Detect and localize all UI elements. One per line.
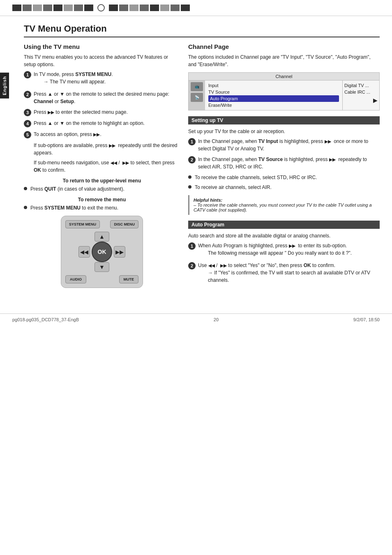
ff-icon-8: ▶▶: [220, 263, 227, 268]
step-num-4: 4: [24, 120, 31, 127]
auto-step-num-1: 1: [188, 242, 196, 250]
setting-step-2: 2 In the Channel page, when TV Source is…: [188, 156, 380, 170]
mute-button[interactable]: MUTE: [119, 275, 139, 283]
channel-box-title: Channel: [189, 73, 379, 81]
channel-item-tvsource[interactable]: TV Source: [208, 89, 339, 95]
channel-item-autoprogram[interactable]: Auto Program: [208, 95, 339, 102]
ff-icon: ▶▶: [48, 110, 54, 115]
disc-menu-button[interactable]: DISC MENU: [110, 220, 138, 228]
dpad-middle-row: ◀◀ OK ▶▶: [78, 242, 125, 262]
bullet-icon: [24, 187, 27, 190]
step-2: 2 Press ▲ or ▼ on the remote to select t…: [24, 90, 180, 105]
strip-block: [181, 5, 190, 11]
dpad-down-button[interactable]: ▼: [95, 262, 109, 272]
auto-step-2-subnote: → If "Yes" is confirmed, the TV will sta…: [208, 269, 380, 284]
channel-box-content: 📺 📡 Input TV Source Auto Program Erase/W…: [189, 81, 379, 110]
strip-block: [12, 5, 21, 11]
strip-block: [33, 5, 42, 11]
strip-block: [140, 5, 149, 11]
channel-menu-box: Channel 📺 📡 Input TV Source Auto Program…: [188, 72, 380, 111]
channel-item-erasewrite[interactable]: Erase/Write: [208, 102, 339, 108]
rw-icon: ◀◀: [111, 161, 117, 165]
using-tv-menu-title: Using the TV menu: [24, 43, 180, 50]
setting-bullet-1: To receive the cable channels, select ST…: [188, 174, 380, 181]
setup-bold: Setup: [60, 99, 74, 104]
two-column-layout: Using the TV menu This TV menu enables y…: [24, 43, 380, 289]
strip-block: [43, 5, 52, 11]
remote-top-buttons: SYSTEM MENU DISC MENU: [65, 220, 138, 228]
step-3: 3 Press ▶▶ to enter the selected menu pa…: [24, 108, 180, 116]
setting-step-2-content: In the Channel page, when TV Source is h…: [198, 156, 380, 170]
footer: pg018-pg035_DCD778_37-EngB 20 9/2/07, 18…: [0, 313, 392, 325]
bullet-icon-2: [24, 206, 27, 209]
auto-step-2-content: Use ◀◀ / ▶▶ to select "Yes" or "No", the…: [198, 262, 380, 286]
auto-step-1: 1 When Auto Program is highlighted, pres…: [188, 242, 380, 258]
dpad-left-button[interactable]: ◀◀: [78, 246, 90, 258]
dpad-down-row: ▼: [95, 262, 109, 272]
to-remove-text: Press SYSTEM MENU to exit the menu.: [30, 204, 118, 212]
hints-title: Helpful hints:: [194, 198, 376, 203]
ff-icon-6: ▶▶: [329, 157, 336, 162]
step-5: 5 To access an option, press ▶▶.: [24, 131, 180, 138]
auto-program-intro: Auto search and store all the available …: [188, 232, 380, 240]
step-5-subnotes: If sub-options are available, press ▶▶ r…: [34, 142, 180, 174]
system-menu-button[interactable]: SYSTEM MENU: [65, 220, 100, 228]
helpful-hints-box: Helpful hints: – To receive the cable ch…: [188, 195, 380, 215]
channel-bold: Channel: [34, 99, 53, 104]
dpad-up-row: ▲: [95, 232, 109, 242]
step-num-2: 2: [24, 91, 31, 98]
setting-step-1: 1 In the Channel page, when TV Input is …: [188, 138, 380, 152]
remote-dpad: ▲ ◀◀ OK ▶▶ ▼: [65, 232, 138, 272]
dpad-right-button[interactable]: ▶▶: [114, 246, 125, 258]
strip-block: [74, 5, 83, 11]
footer-left: pg018-pg035_DCD778_37-EngB: [12, 317, 79, 322]
ok-button[interactable]: OK: [92, 242, 112, 262]
audio-button[interactable]: AUDIO: [65, 275, 86, 283]
step-2-content: Press ▲ or ▼ on the remote to select the…: [34, 90, 180, 105]
step-1-subnote: → The TV menu will appear.: [44, 78, 180, 85]
scroll-indicator: ▶: [344, 97, 378, 104]
ff-icon-4: ▶▶: [122, 161, 129, 165]
channel-item-input[interactable]: Input: [208, 82, 339, 89]
dpad-up-button[interactable]: ▲: [95, 232, 109, 242]
setting-up-tv-intro: Set up your TV for the cable or air rece…: [188, 128, 380, 135]
setting-bullet-2-text: To receive air channels, select AIR.: [195, 184, 272, 191]
setting-step-num-1: 1: [188, 138, 196, 145]
channel-icon-tv: 📺: [191, 82, 203, 91]
step-num-5: 5: [24, 131, 31, 138]
step-num-3: 3: [24, 109, 31, 116]
footer-page: 20: [214, 317, 219, 322]
quit-bold: QUIT: [44, 186, 56, 192]
channel-page-intro: The options included in Channel page are…: [188, 53, 380, 68]
step-4-content: Press ▲ or ▼ on the remote to highlight …: [34, 120, 180, 127]
side-tab-english: English: [0, 73, 9, 99]
bullet-icon-4: [188, 185, 191, 189]
setting-bullet-2: To receive air channels, select AIR.: [188, 184, 380, 191]
channel-menu-items: Input TV Source Auto Program Erase/Write: [205, 81, 342, 110]
setting-up-tv-title: Setting up TV: [188, 116, 380, 124]
strip-block: [160, 5, 169, 11]
channel-icons: 📺 📡: [189, 81, 205, 110]
strip-blocks-right: [109, 5, 190, 11]
using-tv-menu-intro: This TV menu enables you to access the a…: [24, 53, 180, 68]
ff-icon-2: ▶▶: [93, 132, 100, 137]
strip-block: [84, 5, 93, 11]
step-5-sub2: If sub-menu needs navigation, use ◀◀ / ▶…: [34, 159, 180, 174]
bullet-icon-3: [188, 175, 191, 179]
ff-icon-3: ▶▶: [109, 143, 115, 148]
strip-circle: [97, 4, 105, 12]
auto-step-1-subnote: The following message will appear " Do y…: [208, 249, 380, 257]
system-menu-bold: SYSTEM MENU: [75, 71, 111, 77]
auto-step-2: 2 Use ◀◀ / ▶▶ to select "Yes" or "No", t…: [188, 262, 380, 286]
remote-control: SYSTEM MENU DISC MENU ▲ ◀◀ OK ▶▶: [61, 216, 143, 288]
strip-blocks-left: [12, 5, 93, 11]
rw-icon-2: ◀◀: [208, 263, 215, 268]
to-remove-bullet: Press SYSTEM MENU to exit the menu.: [24, 204, 180, 212]
strip-block: [109, 5, 118, 11]
auto-step-1-content: When Auto Program is highlighted, press …: [198, 242, 380, 258]
channel-sub-cableirc: Cable IRC ...: [344, 89, 378, 95]
to-return-label: To return to the upper-level menu: [24, 178, 180, 184]
ok-bold: OK: [34, 167, 41, 173]
step-1-content: In TV mode, press SYSTEM MENU. → The TV …: [34, 71, 180, 87]
strip-block: [23, 5, 32, 11]
